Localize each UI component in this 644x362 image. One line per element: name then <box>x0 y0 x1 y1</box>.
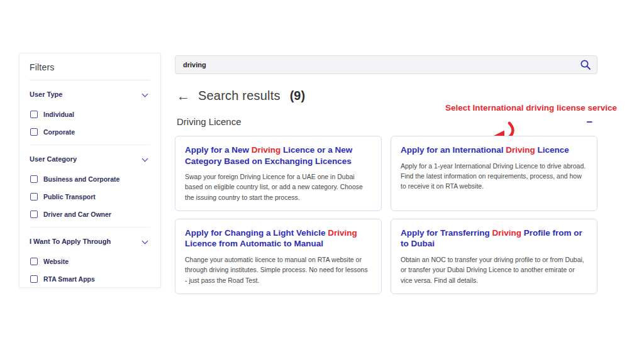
filters-title: Filters <box>30 62 150 72</box>
filter-option-label: Business and Corporate <box>43 175 119 183</box>
card-international-driving-licence[interactable]: Apply for an International Driving Licen… <box>391 136 597 211</box>
filter-option-public-transport[interactable]: Public Transport <box>30 193 150 200</box>
checkbox-icon[interactable] <box>30 211 38 218</box>
filter-group-apply-through: I Want To Apply Through Website RTA Smar… <box>30 227 150 283</box>
search-icon[interactable] <box>580 59 591 70</box>
filter-group-label: I Want To Apply Through <box>30 238 111 245</box>
chevron-down-icon <box>142 155 148 162</box>
collapse-section-icon[interactable]: – <box>587 116 592 127</box>
section-row: Driving Licence – <box>177 116 597 127</box>
service-card-title: Apply for Changing a Light Vehicle Drivi… <box>185 228 372 250</box>
card-title-text: Apply for Changing a Light Vehicle <box>185 228 328 238</box>
filter-option-label: Corporate <box>43 128 75 136</box>
service-card-description: Apply for a 1-year International Driving… <box>401 161 587 192</box>
card-title-text: Licence from Automatic to Manual <box>185 239 323 248</box>
results-header: ← Search results (9) <box>177 89 305 103</box>
section-title: Driving Licence <box>177 116 242 127</box>
filter-group-label: User Type <box>30 90 62 98</box>
filter-option-business-and-corporate[interactable]: Business and Corporate <box>30 175 150 183</box>
filter-option-label: Website <box>43 258 69 265</box>
checkbox-icon[interactable] <box>30 111 38 118</box>
filter-group-user-type-header[interactable]: User Type <box>30 88 150 101</box>
chevron-down-icon <box>142 90 148 97</box>
annotation-text: Select International driving license ser… <box>441 102 621 115</box>
filter-option-label: Driver and Car Owner <box>43 211 111 218</box>
checkbox-icon[interactable] <box>30 175 38 183</box>
card-title-text: Apply for an International <box>401 145 506 155</box>
card-new-driving-licence[interactable]: Apply for a New Driving Licence or a New… <box>175 136 382 211</box>
card-automatic-to-manual[interactable]: Apply for Changing a Light Vehicle Drivi… <box>175 219 382 294</box>
filter-option-corporate[interactable]: Corporate <box>30 128 150 136</box>
service-card-description: Swap your foreign Driving Licence for a … <box>185 172 372 202</box>
chevron-down-icon <box>142 238 148 244</box>
filter-option-label: Individual <box>43 111 74 118</box>
back-arrow-icon[interactable]: ← <box>177 89 190 102</box>
card-title-highlight: Driving <box>328 228 357 238</box>
page: Filters User Type Individual Corporate U… <box>0 0 644 362</box>
card-title-highlight: Driving <box>492 228 522 238</box>
filter-group-user-category: User Category Business and Corporate Pub… <box>30 145 150 218</box>
filters-sidebar: Filters User Type Individual Corporate U… <box>19 53 161 288</box>
card-title-text: Licence <box>535 145 569 155</box>
filter-option-individual[interactable]: Individual <box>30 111 150 118</box>
filter-group-user-category-header[interactable]: User Category <box>30 153 150 165</box>
checkbox-icon[interactable] <box>30 193 38 200</box>
results-title: Search results <box>198 89 280 103</box>
filter-option-website[interactable]: Website <box>30 258 150 265</box>
checkbox-icon[interactable] <box>30 258 38 265</box>
card-title-highlight: Driving <box>506 145 535 155</box>
service-card-title: Apply for a New Driving Licence or a New… <box>185 145 372 167</box>
service-card-description: Obtain an NOC to transfer your driving p… <box>401 255 587 285</box>
filter-option-label: RTA Smart Apps <box>43 275 95 283</box>
filter-option-label: Public Transport <box>43 193 96 200</box>
service-card-description: Change your automatic licence to manual … <box>185 255 372 285</box>
card-transfer-driving-profile[interactable]: Apply for Transferring Driving Profile f… <box>391 219 597 294</box>
search-bar <box>175 55 597 74</box>
service-card-title: Apply for Transferring Driving Profile f… <box>401 228 587 250</box>
filter-group-apply-through-header[interactable]: I Want To Apply Through <box>30 235 150 248</box>
card-title-highlight: Driving <box>252 145 281 155</box>
filter-group-label: User Category <box>30 155 77 163</box>
checkbox-icon[interactable] <box>30 275 38 283</box>
filter-option-rta-smart-apps[interactable]: RTA Smart Apps <box>30 275 150 283</box>
service-cards: Apply for a New Driving Licence or a New… <box>175 136 597 294</box>
filter-group-user-type: User Type Individual Corporate <box>30 80 150 136</box>
results-count: (9) <box>290 89 305 103</box>
service-card-title: Apply for an International Driving Licen… <box>401 145 587 156</box>
filter-option-driver-and-car-owner[interactable]: Driver and Car Owner <box>30 211 150 218</box>
checkbox-icon[interactable] <box>30 128 38 136</box>
search-input[interactable] <box>175 55 597 74</box>
card-title-text: Apply for a New <box>185 145 252 155</box>
card-title-text: Apply for Transferring <box>401 228 492 238</box>
